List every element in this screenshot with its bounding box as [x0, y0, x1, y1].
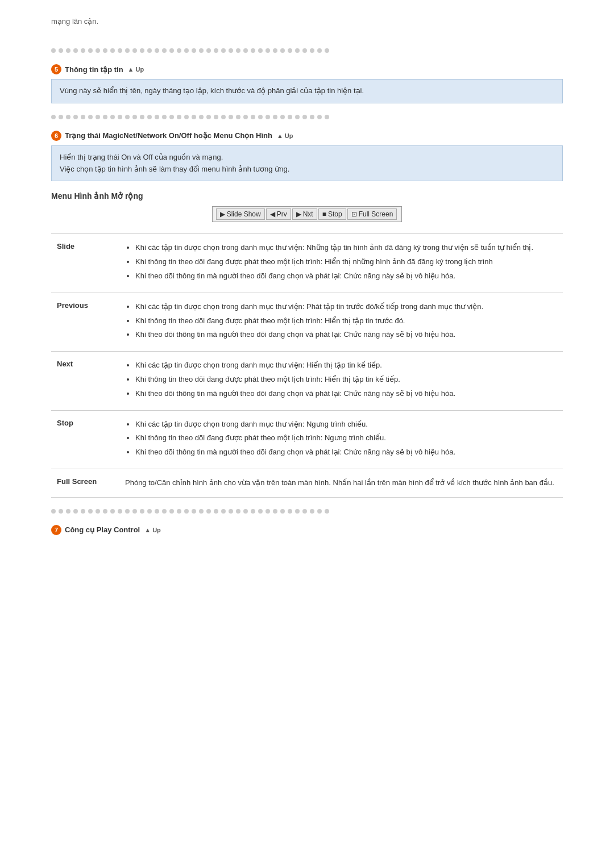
menu-table: Slide Khi các tập tin được chọn trong da…: [51, 233, 563, 497]
page-wrapper: mạng lân cận. 5 Thông tin tập tin ▲ Up V…: [51, 0, 563, 551]
slide-show-label: Slide Show: [227, 210, 261, 218]
stop-label: Stop: [328, 210, 342, 218]
section-6-info-line1: Hiển thị trạng thái On và Off của nguồn …: [60, 152, 554, 164]
list-item: Khi các tập tin được chọn trong danh mục…: [135, 419, 557, 431]
next-label: Nxt: [303, 210, 313, 218]
stop-desc: Khi các tập tin được chọn trong danh mục…: [119, 410, 563, 469]
list-item: Khi thông tin theo dõi đang được phát th…: [135, 315, 557, 327]
section-6-info-line2: Việc chọn tập tin hình ảnh sẽ làm thay đ…: [60, 164, 554, 176]
section-7-title: Công cụ Play Control: [65, 525, 140, 534]
next-desc: Khi các tập tin được chọn trong danh mục…: [119, 352, 563, 410]
stop-btn[interactable]: ■ Stop: [318, 208, 346, 220]
dotted-divider-3: [51, 509, 563, 514]
list-item: Khi theo dõi thông tin mà người theo dõi…: [135, 446, 557, 458]
section-5-title: Thông tin tập tin: [65, 65, 123, 74]
section-6-title: Trạng thái MagicNet/Network On/Off hoặc …: [65, 131, 272, 140]
list-item: Khi thông tin theo dõi đang được phát th…: [135, 432, 557, 444]
section-7-up[interactable]: ▲ Up: [144, 527, 161, 533]
section-5-up[interactable]: ▲ Up: [128, 66, 144, 73]
menu-image-title: Menu Hình ảnh Mở rộng: [51, 191, 563, 201]
slide-desc: Khi các tập tin được chọn trong danh mục…: [119, 234, 563, 293]
section-5-info: Vùng này sẽ hiển thị tên, ngày tháng tạo…: [51, 79, 563, 103]
next-btn[interactable]: ▶ Nxt: [292, 208, 317, 220]
fullscreen-label: Full Screen: [51, 469, 119, 497]
previous-desc: Khi các tập tin được chọn trong danh mục…: [119, 293, 563, 351]
stop-icon: ■: [322, 210, 326, 218]
list-item: Khi các tập tin được chọn trong danh mục…: [135, 301, 557, 313]
section-6-up[interactable]: ▲ Up: [277, 132, 293, 139]
dotted-divider-2: [51, 115, 563, 119]
intro-text: mạng lân cận.: [51, 11, 563, 37]
full-screen-label: Full Screen: [359, 210, 393, 218]
list-item: Khi thông tin theo dõi đang được phát th…: [135, 256, 557, 268]
next-label: Next: [51, 352, 119, 410]
list-item: Khi thông tin theo dõi đang được phát th…: [135, 374, 557, 386]
next-icon: ▶: [296, 210, 301, 218]
section-7-header: 7 Công cụ Play Control ▲ Up: [51, 525, 563, 535]
list-item: Khi theo dõi thông tin mà người theo dõi…: [135, 270, 557, 282]
list-item: Khi các tập tin được chọn trong danh mục…: [135, 242, 557, 254]
full-screen-btn[interactable]: ⊡ Full Screen: [347, 208, 397, 220]
prev-icon: ◀: [270, 210, 275, 218]
list-item: Khi theo dõi thông tin mà người theo dõi…: [135, 388, 557, 400]
fullscreen-desc: Phóng to/Căn chỉnh hình ảnh cho vừa vặn …: [119, 469, 563, 497]
section-5-header: 5 Thông tin tập tin ▲ Up: [51, 64, 563, 74]
prev-label: Prv: [277, 210, 287, 218]
dotted-divider-1: [51, 48, 563, 53]
table-row-fullscreen: Full Screen Phóng to/Căn chỉnh hình ảnh …: [51, 469, 563, 497]
section-6-header: 6 Trạng thái MagicNet/Network On/Off hoặ…: [51, 131, 563, 141]
full-screen-icon: ⊡: [351, 210, 357, 218]
table-row-stop: Stop Khi các tập tin được chọn trong dan…: [51, 410, 563, 469]
table-row-previous: Previous Khi các tập tin được chọn trong…: [51, 293, 563, 351]
slide-show-icon: ▶: [220, 210, 225, 218]
prev-btn[interactable]: ◀ Prv: [266, 208, 291, 220]
section-7-number: 7: [51, 525, 61, 535]
list-item: Khi theo dõi thông tin mà người theo dõi…: [135, 329, 557, 341]
stop-row-label: Stop: [51, 410, 119, 469]
previous-label: Previous: [51, 293, 119, 351]
slide-label: Slide: [51, 234, 119, 293]
toolbar: ▶ Slide Show ◀ Prv ▶ Nxt ■ Stop ⊡ Full S…: [212, 206, 403, 222]
section-5-number: 5: [51, 64, 61, 74]
list-item: Khi các tập tin được chọn trong danh mục…: [135, 360, 557, 372]
slide-show-btn[interactable]: ▶ Slide Show: [216, 208, 265, 220]
section-6-number: 6: [51, 131, 61, 141]
table-row-slide: Slide Khi các tập tin được chọn trong da…: [51, 234, 563, 293]
section-6-info: Hiển thị trạng thái On và Off của nguồn …: [51, 145, 563, 182]
table-row-next: Next Khi các tập tin được chọn trong dan…: [51, 352, 563, 410]
